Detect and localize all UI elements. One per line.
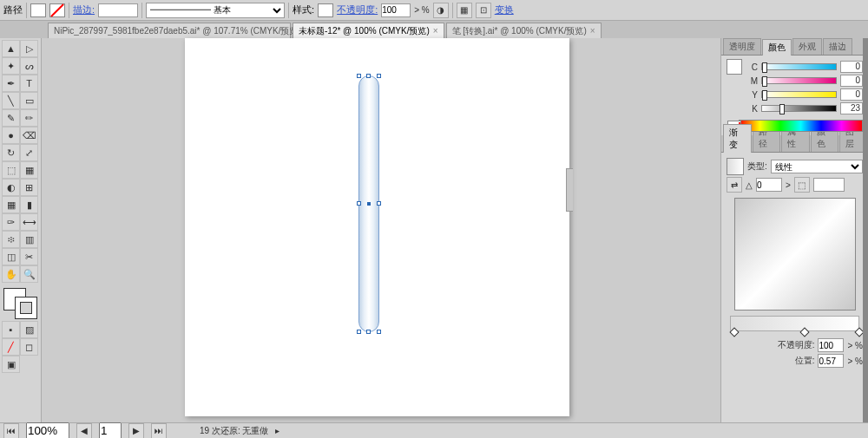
resize-handle[interactable] <box>357 201 361 206</box>
magenta-slider[interactable] <box>761 77 837 84</box>
brush-tool[interactable]: ✎ <box>2 109 20 127</box>
gradient-type-select[interactable]: 线性 <box>771 160 863 173</box>
tab-appearance[interactable]: 外观 <box>792 38 822 55</box>
close-icon[interactable]: × <box>433 26 438 36</box>
yellow-slider[interactable] <box>761 91 837 98</box>
resize-handle[interactable] <box>377 330 381 334</box>
zoom-tool[interactable]: 🔍 <box>20 265 38 283</box>
artboard-number-input[interactable] <box>99 422 122 438</box>
aspect-input[interactable] <box>813 178 845 192</box>
gradient-mode-icon[interactable]: ▨ <box>20 321 38 338</box>
selection-tool[interactable]: ▲ <box>2 40 20 57</box>
gradient-stop[interactable] <box>729 327 739 337</box>
spectrum-picker[interactable] <box>739 120 863 132</box>
tab-gradient[interactable]: 渐变 <box>723 124 752 153</box>
first-artboard-icon[interactable]: ⏮ <box>3 423 19 439</box>
align-icon[interactable]: ▦ <box>457 3 472 18</box>
color-mode-icon[interactable]: ▪ <box>2 321 20 338</box>
tab-transparency[interactable]: 透明度 <box>723 38 761 55</box>
document-tab[interactable]: 未标题-12* @ 100% (CMYK/预览) × <box>293 23 444 38</box>
isolate-icon[interactable]: ⊡ <box>476 3 491 18</box>
none-mode-icon[interactable]: ╱ <box>2 338 20 356</box>
aspect-ratio-icon[interactable]: ⬚ <box>794 177 810 193</box>
pencil-tool[interactable]: ✏ <box>20 109 38 127</box>
grad-location-input[interactable] <box>818 354 844 368</box>
hand-tool[interactable]: ✋ <box>2 265 20 283</box>
mesh-tool[interactable]: ▦ <box>2 196 20 213</box>
black-slider[interactable] <box>761 105 837 112</box>
tab-label: NiPic_287997_5981fbe2e87daeb5.ai* @ 107.… <box>54 25 301 37</box>
eyedropper-tool[interactable]: ✑ <box>2 213 20 231</box>
pen-tool[interactable]: ✒ <box>2 75 20 92</box>
prev-artboard-icon[interactable]: ◀ <box>76 423 92 439</box>
expand-dock-handle[interactable] <box>863 38 868 422</box>
scale-tool[interactable]: ⤢ <box>20 144 38 161</box>
magenta-value[interactable]: 0 <box>840 75 863 87</box>
brush-preset-select[interactable]: ━━━━━━━ 基本 <box>146 3 285 18</box>
recolor-icon[interactable]: ◑ <box>433 3 449 18</box>
type-tool[interactable]: T <box>20 75 38 92</box>
document-tab[interactable]: NiPic_287997_5981fbe2e87daeb5.ai* @ 107.… <box>48 23 291 38</box>
canvas-area[interactable] <box>42 38 720 422</box>
gradient-preview[interactable] <box>734 198 856 311</box>
opacity-link[interactable]: 不透明度: <box>337 3 378 16</box>
cyan-value[interactable]: 0 <box>840 61 863 73</box>
status-menu-icon[interactable]: ▸ <box>275 426 279 435</box>
last-artboard-icon[interactable]: ⏭ <box>151 423 167 439</box>
magic-wand-tool[interactable]: ✦ <box>2 57 20 75</box>
tab-stroke[interactable]: 描边 <box>823 38 852 55</box>
yellow-value[interactable]: 0 <box>840 88 863 101</box>
reverse-gradient-icon[interactable]: ⇄ <box>727 177 742 193</box>
close-icon[interactable]: × <box>590 26 595 36</box>
fill-stroke-swatch[interactable] <box>2 286 39 321</box>
stroke-color-icon[interactable] <box>15 297 37 319</box>
direct-select-tool[interactable]: ▷ <box>20 40 38 57</box>
lasso-tool[interactable]: ᔕ <box>20 57 38 75</box>
cyan-slider[interactable] <box>761 63 837 70</box>
screen-mode-icon[interactable]: ▣ <box>2 356 20 373</box>
draw-mode-icon[interactable]: ◻ <box>20 338 38 356</box>
gradient-ramp[interactable] <box>730 316 859 331</box>
gradient-stop[interactable] <box>799 327 809 337</box>
style-swatch[interactable] <box>318 3 333 17</box>
transform-link[interactable]: 变换 <box>495 3 514 16</box>
angle-input[interactable] <box>756 178 782 192</box>
line-tool[interactable]: ╲ <box>2 92 20 109</box>
resize-handle[interactable] <box>377 74 381 78</box>
panel-fill-swatch[interactable] <box>727 59 742 75</box>
next-artboard-icon[interactable]: ▶ <box>128 423 144 439</box>
shape-builder-tool[interactable]: ◐ <box>2 179 20 196</box>
gradient-panel-tabs: 渐变 路径 属性 颜色 图层 <box>721 135 868 153</box>
rectangle-tool[interactable]: ▭ <box>20 92 38 109</box>
stroke-weight-input[interactable] <box>98 3 138 17</box>
stroke-swatch-none[interactable] <box>49 3 65 17</box>
selected-object[interactable] <box>358 75 379 332</box>
blob-brush-tool[interactable]: ● <box>2 127 20 144</box>
stroke-link[interactable]: 描边: <box>73 3 95 16</box>
resize-handle[interactable] <box>377 201 381 206</box>
zoom-input[interactable] <box>26 422 69 438</box>
blend-tool[interactable]: ⟷ <box>20 213 38 231</box>
black-value[interactable]: 23 <box>840 102 863 114</box>
panel-collapse-handle[interactable] <box>566 168 573 212</box>
perspective-tool[interactable]: ⊞ <box>20 179 38 196</box>
slice-tool[interactable]: ✂ <box>20 248 38 265</box>
fill-swatch[interactable] <box>30 3 46 17</box>
opacity-input[interactable] <box>381 3 411 17</box>
graph-tool[interactable]: ▥ <box>20 231 38 248</box>
tab-color[interactable]: 颜色 <box>762 39 792 56</box>
resize-handle[interactable] <box>366 330 371 334</box>
gradient-tool[interactable]: ▮ <box>20 196 38 213</box>
resize-handle[interactable] <box>357 74 361 78</box>
artboard-tool[interactable]: ◫ <box>2 248 20 265</box>
document-tab[interactable]: 笔 [转换].ai* @ 100% (CMYK/预览) × <box>446 23 602 38</box>
eraser-tool[interactable]: ⌫ <box>20 127 38 144</box>
gradient-swatch[interactable] <box>727 158 744 175</box>
width-tool[interactable]: ⬚ <box>2 161 20 179</box>
symbol-spray-tool[interactable]: ፨ <box>2 231 20 248</box>
free-transform-tool[interactable]: ▦ <box>20 161 38 179</box>
grad-opacity-input[interactable] <box>818 338 844 352</box>
resize-handle[interactable] <box>366 74 371 78</box>
resize-handle[interactable] <box>357 330 361 334</box>
rotate-tool[interactable]: ↻ <box>2 144 20 161</box>
